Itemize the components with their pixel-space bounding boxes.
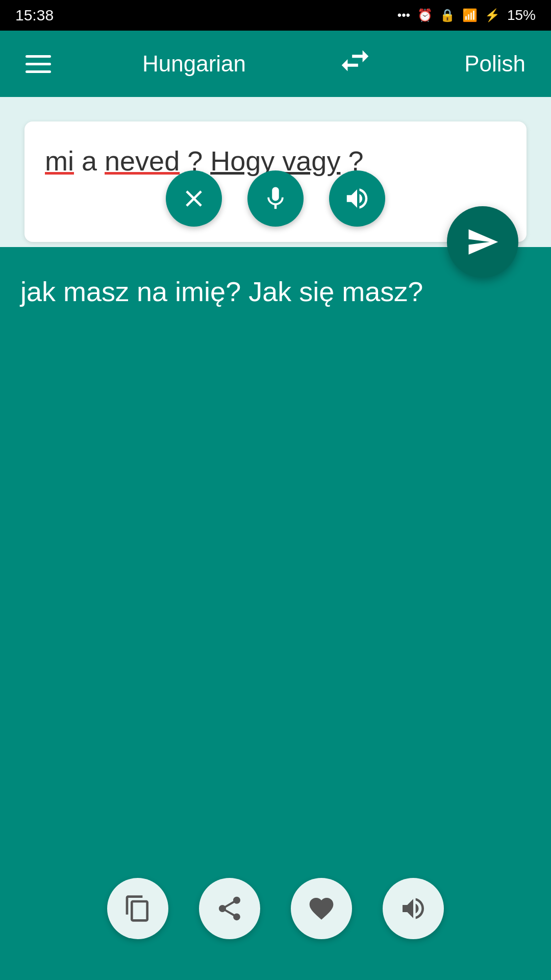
toolbar: Hungarian Polish [0, 31, 551, 97]
swap-languages-icon[interactable] [337, 43, 373, 85]
battery-icon: ⚡ [485, 8, 500, 22]
signal-icon: 📶 [462, 8, 478, 22]
status-bar: 15:38 ••• ⏰ 🔒 📶 ⚡ 15% [0, 0, 551, 31]
source-wrapper: mi a neved ? Hogy vagy ? [12, 109, 539, 242]
translation-panel: jak masz na imię? Jak się masz? [0, 247, 551, 980]
mic-button[interactable] [247, 170, 304, 227]
status-time: 15:38 [15, 7, 54, 24]
target-language[interactable]: Polish [464, 51, 525, 77]
share-button[interactable] [199, 878, 260, 939]
translation-text: jak masz na imię? Jak się masz? [20, 273, 531, 311]
favorite-button[interactable] [291, 878, 352, 939]
alarm-icon: ⏰ [417, 8, 433, 22]
speak-source-button[interactable] [329, 170, 385, 227]
translation-actions [20, 878, 531, 960]
clear-button[interactable] [166, 170, 222, 227]
source-language[interactable]: Hungarian [142, 51, 246, 77]
menu-icon[interactable] [26, 55, 51, 73]
battery-percent: 15% [507, 7, 536, 23]
source-actions [24, 170, 527, 227]
send-button[interactable] [447, 206, 518, 278]
speak-translation-button[interactable] [383, 878, 444, 939]
main-content: mi a neved ? Hogy vagy ? [0, 97, 551, 980]
status-icons: ••• ⏰ 🔒 📶 ⚡ 15% [397, 7, 536, 23]
copy-button[interactable] [107, 878, 168, 939]
dots-icon: ••• [397, 8, 410, 22]
lock-icon: 🔒 [440, 8, 455, 22]
